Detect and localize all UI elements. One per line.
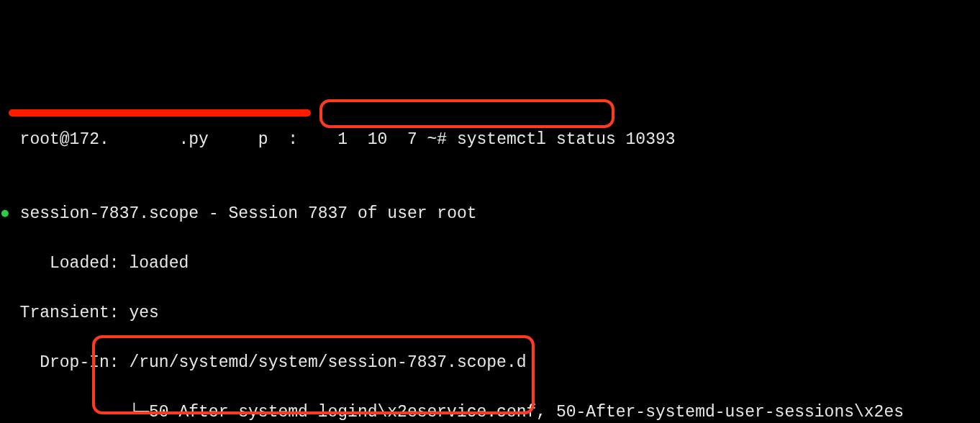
prompt-line[interactable]: root@172. .py p : 1 10 7 ~# systemctl st…	[0, 102, 980, 177]
unit-name: session-7837.scope	[20, 204, 199, 223]
dropin-label: Drop-In:	[0, 353, 129, 372]
transient-label: Transient:	[0, 304, 129, 322]
dropin-value: /run/systemd/system/session-7837.scope.d	[129, 353, 526, 372]
transient-value: yes	[129, 304, 158, 322]
prompt-host: root@172. .py p : 1 10 7	[20, 130, 417, 149]
unit-header: ● session-7837.scope - Session 7837 of u…	[0, 201, 980, 227]
transient-row: Transient: yes	[0, 301, 980, 326]
command-text: systemctl status 10393	[447, 130, 675, 149]
highlight-command	[319, 99, 614, 128]
loaded-value: loaded	[129, 254, 189, 273]
dropin-sub-row: └─50-After-systemd-logind\x2eservice.con…	[0, 400, 980, 423]
loaded-row: Loaded: loaded	[0, 251, 980, 276]
dropin-sub-value: └─50-After-systemd-logind\x2eservice.con…	[0, 403, 904, 422]
dropin-row: Drop-In: /run/systemd/system/session-783…	[0, 350, 980, 376]
status-dot-icon: ●	[0, 201, 10, 227]
unit-description: Session 7837 of user root	[229, 204, 477, 223]
redaction-marker	[9, 109, 311, 117]
prompt-cwd: ~#	[417, 130, 447, 149]
loaded-label: Loaded:	[0, 254, 129, 273]
